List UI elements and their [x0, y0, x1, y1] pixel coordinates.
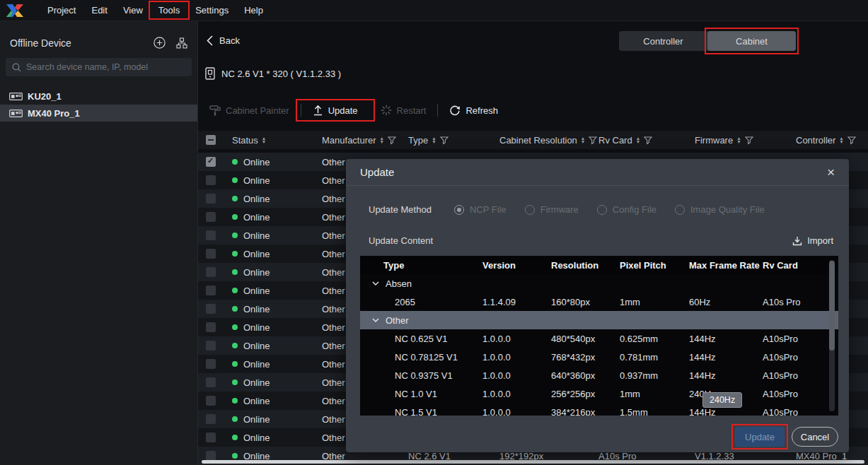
- row-checkbox[interactable]: [206, 359, 216, 369]
- sort-icon[interactable]: ▲▼: [380, 136, 384, 143]
- menu-item-view[interactable]: View: [115, 2, 151, 18]
- row-checkbox[interactable]: [206, 414, 216, 424]
- update-method-row: Update Method NCP FileFirmwareConfig Fil…: [369, 204, 783, 215]
- refresh-button[interactable]: Refresh: [438, 101, 509, 119]
- status-cell: Online: [224, 212, 313, 223]
- filter-icon[interactable]: [644, 136, 652, 144]
- row-checkbox-cell: [198, 341, 224, 351]
- row-checkbox[interactable]: [206, 341, 216, 351]
- update-table-row[interactable]: NC 0.9375 V11.0.0.0640*360px0.937mm144Hz…: [360, 366, 838, 384]
- radio-option-ncp-file[interactable]: NCP File: [454, 204, 507, 215]
- radio-option-image-quality-file[interactable]: Image Quality File: [675, 204, 765, 215]
- back-button[interactable]: Back: [207, 35, 240, 46]
- horizontal-scrollbar[interactable]: [202, 460, 864, 464]
- row-checkbox[interactable]: [206, 212, 216, 222]
- update-table-row[interactable]: NC 0.625 V11.0.0.0480*540px0.625mm144HzA…: [360, 329, 838, 348]
- vertical-scrollbar[interactable]: [829, 260, 835, 411]
- update-table-row[interactable]: NC 1.0 V11.0.0.0256*256px1mm240HzA10sPro: [360, 384, 838, 403]
- row-checkbox[interactable]: [206, 432, 216, 442]
- modal-update-label: Update: [745, 432, 775, 442]
- row-checkbox[interactable]: [206, 304, 216, 314]
- update-table-body: Absen20651.1.4.09160*80px1mm60HzA10s Pro…: [360, 274, 838, 416]
- radio-option-config-file[interactable]: Config File: [597, 204, 656, 215]
- close-icon[interactable]: ×: [827, 165, 835, 179]
- menu-item-settings[interactable]: Settings: [187, 2, 236, 18]
- online-status-dot: [232, 416, 238, 422]
- update-cell: 160*80px: [551, 297, 620, 307]
- column-header-status[interactable]: Status▲▼: [224, 135, 313, 146]
- update-cell: 768*432px: [551, 352, 620, 363]
- filter-icon[interactable]: [745, 136, 753, 144]
- column-header-controller[interactable]: Controller▲▼: [787, 135, 868, 146]
- row-checkbox[interactable]: [206, 175, 216, 185]
- row-checkbox[interactable]: [206, 267, 216, 277]
- update-table-row[interactable]: 20651.1.4.09160*80px1mm60HzA10s Pro: [360, 293, 838, 311]
- modal-cancel-button[interactable]: Cancel: [792, 427, 838, 447]
- row-checkbox[interactable]: [206, 230, 216, 240]
- status-text: Online: [243, 286, 270, 296]
- column-header-firmware[interactable]: Firmware▲▼: [686, 135, 787, 146]
- row-checkbox[interactable]: [206, 396, 216, 406]
- row-checkbox[interactable]: [206, 194, 216, 204]
- device-item-mx40-pro-1[interactable]: MX40 Pro_1: [0, 105, 197, 122]
- column-label: Manufacturer: [322, 135, 376, 146]
- status-cell: Online: [224, 322, 313, 333]
- segment-cabinet[interactable]: Cabinet: [707, 31, 796, 51]
- row-checkbox-cell: [198, 212, 224, 222]
- column-header-cabinet-resolution[interactable]: Cabinet Resolution▲▼: [491, 135, 590, 146]
- scrollbar-thumb[interactable]: [829, 261, 835, 351]
- restart-button[interactable]: Restart: [369, 101, 438, 119]
- group-row-absen[interactable]: Absen: [360, 274, 838, 293]
- update-cell: NC 0.9375 V1: [360, 370, 482, 381]
- sort-icon[interactable]: ▲▼: [839, 136, 843, 143]
- menu-item-project[interactable]: Project: [40, 2, 83, 18]
- group-name: Absen: [386, 278, 412, 289]
- row-checkbox[interactable]: [206, 286, 216, 295]
- sort-icon[interactable]: ▲▼: [262, 136, 266, 143]
- select-all-checkbox[interactable]: [206, 135, 216, 145]
- add-device-icon[interactable]: [154, 37, 166, 49]
- sort-icon[interactable]: ▲▼: [432, 136, 436, 143]
- controller-icon: [9, 110, 23, 117]
- row-checkbox[interactable]: [206, 322, 216, 332]
- menu-item-tools[interactable]: Tools: [151, 2, 187, 18]
- update-cell: A10sPro: [763, 334, 838, 344]
- update-table-row[interactable]: NC 0.78125 V11.0.0.0768*432px0.781mm144H…: [360, 348, 838, 366]
- column-header-type[interactable]: Type▲▼: [400, 135, 491, 146]
- row-checkbox[interactable]: [206, 249, 216, 259]
- group-row-other[interactable]: Other: [360, 311, 838, 329]
- controller-icon: [9, 93, 23, 100]
- device-name: KU20_1: [28, 91, 62, 102]
- row-checkbox-cell: [198, 432, 224, 442]
- update-cell: 0.625mm: [620, 334, 689, 344]
- status-cell: Online: [224, 432, 313, 443]
- import-button[interactable]: Import: [792, 235, 833, 246]
- sort-icon[interactable]: ▲▼: [736, 136, 741, 143]
- row-checkbox[interactable]: [206, 377, 216, 387]
- row-checkbox-cell: [198, 230, 224, 240]
- device-table-header: Status▲▼Manufacturer▲▼Type▲▼Cabinet Reso…: [198, 131, 868, 149]
- sort-icon[interactable]: ▲▼: [581, 136, 585, 143]
- device-item-ku20-1[interactable]: KU20_1: [0, 88, 197, 105]
- cabinet-painter-button[interactable]: Cabinet Painter: [198, 101, 301, 119]
- column-header-rv-card[interactable]: Rv Card▲▼: [590, 135, 686, 146]
- update-table-row[interactable]: NC 1.5 V11.0.0.0384*216px1.5mm144HzA10sP…: [360, 403, 838, 416]
- menu-item-help[interactable]: Help: [236, 2, 271, 18]
- search-input[interactable]: Search device name, IP, model: [6, 58, 192, 76]
- column-header-manufacturer[interactable]: Manufacturer▲▼: [313, 135, 400, 146]
- update-cell: A10sPro: [763, 407, 838, 416]
- filter-icon[interactable]: [847, 136, 856, 144]
- filter-icon[interactable]: [440, 136, 449, 144]
- row-checkbox[interactable]: [206, 157, 216, 167]
- update-cell: NC 0.78125 V1: [360, 352, 482, 363]
- menu-item-edit[interactable]: Edit: [83, 2, 115, 18]
- row-checkbox[interactable]: [206, 451, 216, 461]
- topology-view-icon[interactable]: [176, 37, 187, 49]
- toolbar-update-button[interactable]: Update: [301, 101, 369, 119]
- modal-update-button[interactable]: Update: [735, 427, 785, 447]
- update-cell: 640*360px: [551, 370, 620, 381]
- filter-icon[interactable]: [388, 136, 396, 144]
- sort-icon[interactable]: ▲▼: [636, 136, 640, 143]
- segment-controller[interactable]: Controller: [619, 31, 707, 51]
- radio-option-firmware[interactable]: Firmware: [525, 204, 579, 215]
